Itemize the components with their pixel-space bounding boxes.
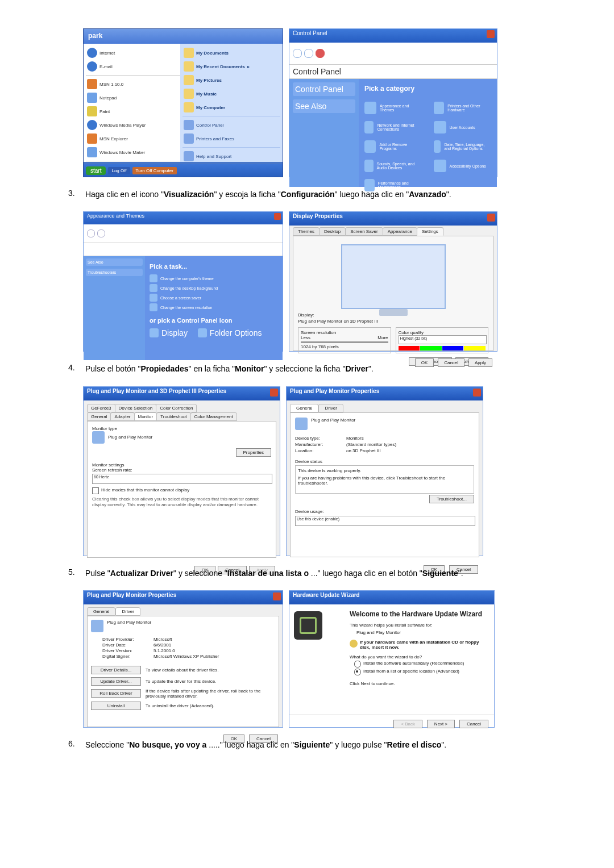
tb-logoff: Log Off (108, 167, 130, 174)
cp-side-1: Control Panel (293, 82, 355, 96)
monitor-icon (295, 418, 308, 430)
control-panel-screenshot: Control Panel Control Panel Control Pane… (289, 28, 497, 177)
dp-color-label: Color quality (399, 330, 486, 335)
mt-tab: Adapter (110, 412, 134, 421)
at-side-2: Troubleshooters (86, 269, 143, 276)
sm-wmp: Windows Media Player (99, 123, 146, 128)
start-menu-right: My Documents My Recent Documents ▸ My Pi… (180, 44, 283, 162)
start-button: start (86, 166, 106, 175)
hw-radio-auto: Install the software automatically (Reco… (363, 661, 464, 667)
mp-tab-general: General (290, 404, 318, 412)
hardware-wizard-screenshot: Hardware Update Wizard Welcome to the Ha… (289, 590, 495, 728)
tb-turnoff: Turn Off Computer (132, 167, 177, 174)
mp-location: on 3D Prophet III (346, 448, 380, 453)
mp-usage-value: Use this device (enable) (296, 517, 339, 521)
dp-tab-appearance: Appearance (383, 227, 417, 236)
cp-side: Control Panel See Also (289, 79, 359, 187)
dt-update-button: Update Driver... (91, 677, 141, 686)
hw-heading: Welcome to the Hardware Update Wizard (350, 610, 487, 618)
mt-tab: Troubleshoot (156, 412, 190, 421)
display-properties-screenshot: Display Properties Themes Desktop Screen… (289, 211, 497, 352)
mt-tab: GeForce3 (87, 404, 115, 412)
info-icon (350, 640, 358, 648)
dp-res-label: Screen resolution (301, 330, 388, 335)
cp-pick-category: Pick a category (364, 85, 491, 93)
dt-tab-driver: Driver (115, 607, 140, 616)
step-6-text: Seleccione "No busque, yo voy a ....." l… (85, 739, 534, 750)
dp-tab-settings: Settings (417, 227, 443, 236)
sm-cp: Control Panel (196, 123, 223, 128)
mp-usage-label: Device usage: (295, 509, 474, 514)
at-or-pick: or pick a Control Panel icon (150, 317, 278, 324)
dt-rollback-button: Roll Back Driver (91, 689, 141, 698)
mt-note: Clearing this check box allows you to se… (92, 496, 271, 508)
figure-row-1: park Internet E-mail MSN 1.10.0 Notepad … (83, 28, 546, 177)
cp-cat: Printers and Other Hardware (447, 104, 491, 112)
at-task: Choose a screen saver (160, 296, 201, 300)
cp-cat: Network and Internet Connections (377, 123, 422, 131)
dp-display-value: Plug and Play Monitor on 3D Prophet III (298, 319, 488, 324)
at-pick-task: Pick a task... (150, 263, 278, 270)
figure-row-2: Appearance and Themes See Also Troublesh… (83, 211, 546, 352)
sm-msn: MSN 1.10.0 (99, 82, 123, 87)
cp-cat: Date, Time, Language, and Regional Optio… (444, 143, 491, 151)
sm-help: Help and Support (196, 154, 231, 159)
dt-date: 6/6/2001 (154, 642, 171, 648)
step-5-number: 5. (68, 567, 83, 577)
step-5: 5. Pulse "Actualizar Driver" y seleccion… (68, 567, 546, 579)
mt-hz: 60 Hertz (93, 475, 109, 479)
mt-tab-monitor: Monitor (134, 412, 157, 421)
step-4: 4. Pulse el botón "Propiedades" en la fi… (68, 363, 546, 374)
appearance-themes-screenshot: Appearance and Themes See Also Troublesh… (83, 211, 283, 352)
step-3: 3. Haga clic en el icono "Visualización"… (68, 189, 546, 200)
at-icon-folder: Folder Options (210, 328, 262, 337)
mt-mname: Plug and Play Monitor (108, 435, 152, 440)
cp-side-2: See Also (293, 99, 355, 113)
sm-internet: Internet (99, 51, 115, 56)
start-menu-left: Internet E-mail MSN 1.10.0 Notepad Paint… (84, 44, 185, 162)
start-menu-screenshot: park Internet E-mail MSN 1.10.0 Notepad … (83, 28, 283, 177)
mt-hide-checkbox: Hide modes that this monitor cannot disp… (101, 487, 189, 494)
mt-title: Plug and Play Monitor and 3D Prophet III… (87, 388, 226, 394)
sm-printers: Printers and Faxes (196, 136, 234, 141)
mt-mtype: Monitor type (92, 426, 271, 431)
hw-cancel-button: Cancel (459, 720, 488, 728)
sm-email: E-mail (99, 64, 113, 69)
dt-uninstall-button: Uninstall (91, 702, 141, 710)
taskbar: start Log Off Turn Off Computer (84, 164, 283, 177)
step-4-number: 4. (68, 363, 83, 372)
dt-details-button: Driver Details... (91, 666, 141, 674)
mp-manufacturer: (Standard monitor types) (346, 442, 396, 447)
close-icon (270, 389, 278, 397)
sm-notepad: Notepad (99, 95, 117, 101)
mt-refresh-label: Screen refresh rate: (92, 468, 271, 473)
step-6-number: 6. (68, 739, 83, 748)
mp-status-label: Device status (295, 459, 474, 464)
mt-tab: Color Correction (156, 404, 197, 412)
at-side-1: See Also (86, 258, 143, 266)
mp-name: Plug and Play Monitor (311, 418, 355, 430)
mp-tab-driver: Driver (318, 404, 343, 412)
hw-next-button: Next > (427, 720, 455, 728)
sm-pc: My Computer (196, 105, 225, 110)
sm-movie: Windows Movie Maker (99, 150, 145, 155)
cp-toolbar (289, 43, 497, 65)
at-icon-display: Display (161, 328, 188, 337)
cp-cat: User Accounts (450, 126, 475, 130)
cp-address: Control Panel (289, 65, 497, 79)
dt-title: Plug and Play Monitor Properties (87, 592, 176, 598)
monitor-icon (92, 431, 105, 444)
cp-cat: Performance and Maintenance (378, 181, 422, 189)
dp-tab-saver: Screen Saver (345, 227, 383, 236)
hw-info: If your hardware came with an installati… (360, 640, 487, 650)
step-3-number: 3. (68, 189, 83, 198)
step-5-text: Pulse "Actualizar Driver" y seleccione "… (85, 567, 534, 579)
close-icon (473, 389, 481, 397)
sm-mydocs: My Documents (196, 51, 229, 56)
hw-line1: This wizard helps you install software f… (350, 623, 487, 628)
dt-name: Plug and Play Monitor (107, 620, 151, 632)
monitor-properties-screenshot: Plug and Play Monitor Properties General… (286, 386, 483, 556)
monitor-icon (91, 620, 103, 632)
dp-tab-themes: Themes (293, 227, 320, 236)
dp-tab-desktop: Desktop (319, 227, 346, 236)
